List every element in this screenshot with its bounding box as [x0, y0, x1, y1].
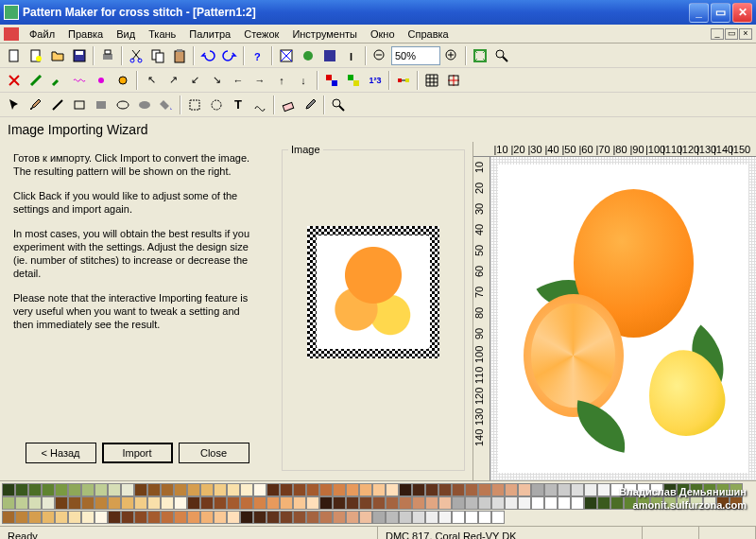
- palette-swatch[interactable]: [584, 496, 597, 510]
- palette-swatch[interactable]: [68, 511, 81, 524]
- palette-swatch[interactable]: [716, 496, 730, 510]
- crossstitch-icon[interactable]: [276, 45, 297, 66]
- fill-tool[interactable]: [156, 95, 177, 115]
- menu-file[interactable]: Файл: [23, 26, 61, 42]
- zoom-tool[interactable]: [328, 95, 349, 115]
- palette-swatch[interactable]: [147, 496, 161, 510]
- text-tool[interactable]: T: [228, 95, 249, 115]
- palette-swatch[interactable]: [372, 483, 386, 496]
- palette-swatch[interactable]: [187, 483, 200, 496]
- palette-swatch[interactable]: [134, 511, 147, 524]
- palette-swatch[interactable]: [491, 511, 505, 524]
- palette-swatch[interactable]: [412, 483, 425, 496]
- color1-icon[interactable]: [321, 70, 342, 91]
- close-button[interactable]: ✕: [732, 3, 752, 23]
- palette-swatch[interactable]: [610, 496, 624, 510]
- palette-swatch[interactable]: [359, 511, 372, 524]
- palette-swatch[interactable]: [200, 496, 214, 510]
- palette-swatch[interactable]: [438, 511, 452, 524]
- palette-swatch[interactable]: [478, 496, 491, 510]
- mdi-close-button[interactable]: ×: [739, 28, 752, 40]
- palette-swatch[interactable]: [240, 483, 253, 496]
- palette-swatch[interactable]: [121, 496, 134, 510]
- palette-swatch[interactable]: [161, 483, 174, 496]
- palette-swatch[interactable]: [55, 496, 68, 510]
- symbol-icon[interactable]: [298, 45, 318, 66]
- palette-swatch[interactable]: [452, 511, 465, 524]
- palette-swatch[interactable]: [280, 511, 293, 524]
- new-button[interactable]: [4, 45, 25, 66]
- palette-swatch[interactable]: [438, 496, 452, 510]
- palette-swatch[interactable]: [690, 483, 703, 496]
- line-tool[interactable]: [47, 95, 68, 115]
- palette-swatch[interactable]: [253, 483, 266, 496]
- palette-swatch[interactable]: [412, 496, 425, 510]
- tool-french-icon[interactable]: [91, 70, 112, 91]
- palette-swatch[interactable]: [372, 496, 386, 510]
- palette-swatch[interactable]: [227, 483, 240, 496]
- new-wizard-button[interactable]: [26, 45, 46, 66]
- palette-swatch[interactable]: [663, 483, 677, 496]
- palette-swatch[interactable]: [200, 511, 214, 524]
- palette-swatch[interactable]: [174, 496, 187, 510]
- palette-swatch[interactable]: [108, 511, 121, 524]
- pointer-tool[interactable]: [4, 95, 25, 115]
- paste-button[interactable]: [169, 45, 190, 66]
- palette-swatch[interactable]: [81, 511, 94, 524]
- palette-swatch[interactable]: [399, 483, 412, 496]
- palette-swatch[interactable]: [293, 511, 306, 524]
- palette-swatch[interactable]: [438, 483, 452, 496]
- palette-swatch[interactable]: [28, 496, 42, 510]
- brush-tool[interactable]: [26, 95, 46, 115]
- palette-swatch[interactable]: [227, 496, 240, 510]
- palette-swatch[interactable]: [68, 483, 81, 496]
- palette-swatch[interactable]: [227, 511, 240, 524]
- palette-swatch[interactable]: [147, 511, 161, 524]
- palette-swatch[interactable]: [677, 483, 690, 496]
- palette-swatch[interactable]: [425, 496, 438, 510]
- palette-swatch[interactable]: [412, 511, 425, 524]
- fillellipse-tool[interactable]: [134, 95, 155, 115]
- palette-swatch[interactable]: [121, 511, 134, 524]
- palette-swatch[interactable]: [491, 483, 505, 496]
- palette-swatch[interactable]: [478, 483, 491, 496]
- palette-swatch[interactable]: [505, 483, 518, 496]
- eyedropper-tool[interactable]: [300, 95, 320, 115]
- palette-swatch[interactable]: [386, 483, 399, 496]
- palette-swatch[interactable]: [346, 511, 359, 524]
- palette-swatch[interactable]: [55, 483, 68, 496]
- select-rect-tool[interactable]: [184, 95, 205, 115]
- palette-swatch[interactable]: [425, 511, 438, 524]
- palette-swatch[interactable]: [465, 511, 478, 524]
- palette-swatch[interactable]: [544, 496, 558, 510]
- palette-swatch[interactable]: [452, 483, 465, 496]
- palette-swatch[interactable]: [42, 496, 55, 510]
- palette-swatch[interactable]: [610, 483, 624, 496]
- mdi-restore-button[interactable]: ▭: [725, 28, 738, 40]
- palette-swatch[interactable]: [346, 483, 359, 496]
- fit-button[interactable]: [470, 45, 490, 66]
- palette-swatch[interactable]: [280, 483, 293, 496]
- ellipse-tool[interactable]: [112, 95, 133, 115]
- palette-swatch[interactable]: [187, 511, 200, 524]
- palette-swatch[interactable]: [134, 483, 147, 496]
- palette-swatch[interactable]: [81, 496, 94, 510]
- palette-swatch[interactable]: [637, 496, 650, 510]
- palette-swatch[interactable]: [452, 496, 465, 510]
- zoom-in-button[interactable]: [441, 45, 462, 66]
- menu-edit[interactable]: Правка: [61, 26, 110, 42]
- cut-button[interactable]: [126, 45, 146, 66]
- center-icon[interactable]: [443, 70, 464, 91]
- palette-swatch[interactable]: [478, 511, 491, 524]
- zoom-combo[interactable]: [391, 46, 440, 65]
- close-wizard-button[interactable]: Close: [179, 443, 249, 463]
- palette-swatch[interactable]: [319, 496, 333, 510]
- palette-swatch[interactable]: [214, 511, 227, 524]
- palette-swatch[interactable]: [280, 496, 293, 510]
- arrow-nw-icon[interactable]: ↖: [141, 70, 162, 91]
- palette-swatch[interactable]: [147, 483, 161, 496]
- palette-swatch[interactable]: [663, 496, 677, 510]
- palette-swatch[interactable]: [372, 511, 386, 524]
- tool-quarter-icon[interactable]: [47, 70, 68, 91]
- palette-swatch[interactable]: [253, 496, 266, 510]
